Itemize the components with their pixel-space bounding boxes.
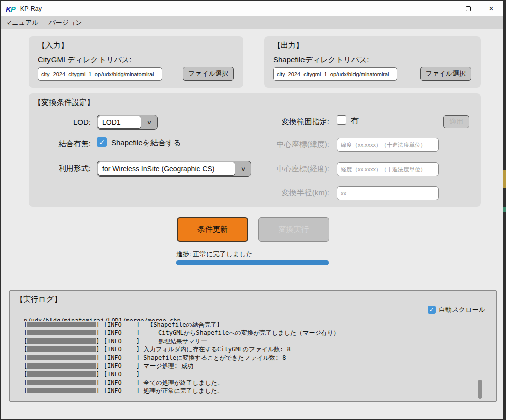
autoscroll-label: 自動スクロール — [439, 305, 485, 314]
format-dropdown-value: for Wireless InSite (Geographic CS) — [98, 162, 235, 176]
redacted-timestamp — [27, 363, 96, 369]
citygml-file-select-button[interactable]: ファイル選択 — [183, 67, 234, 81]
log-line: [] [INFO ] ===================== — [24, 370, 476, 378]
lod-label: LOD: — [52, 118, 91, 126]
log-line: [] [INFO ] 【Shapefileの結合完了】 — [24, 321, 476, 329]
log-line: [] [INFO ] 全ての処理が終了しました。 — [24, 379, 476, 387]
log-line: [] [INFO ] --- CityGMLからShapefileへの変換が完了… — [24, 329, 476, 337]
maximize-button[interactable] — [457, 1, 480, 16]
minimize-button[interactable] — [433, 1, 457, 16]
merge-checkbox-label: Shapefileを結合する — [111, 138, 181, 148]
shapefile-path-label: Shapefileディレクトリパス: — [273, 55, 369, 65]
merge-checkbox[interactable]: ✓ — [97, 137, 107, 147]
execution-log-section: 【実行ログ】 ✓ 自動スクロール p/udx/bldg/minatomirai/… — [9, 290, 497, 402]
settings-section-header: 【変換条件設定】 — [34, 98, 94, 108]
autoscroll-checkbox[interactable]: ✓ — [428, 306, 436, 314]
chevron-down-icon: ˅ — [236, 161, 251, 176]
close-button[interactable]: × — [480, 1, 503, 16]
lod-dropdown-value: LOD1 — [98, 116, 141, 129]
progress-bar — [176, 260, 329, 265]
menu-item-manual[interactable]: マニュアル — [1, 16, 44, 29]
menu-item-version[interactable]: バージョン — [44, 16, 87, 29]
background-artifact — [503, 207, 506, 212]
log-output[interactable]: p/udx/bldg/minatomirai/LOD1/merge/merge.… — [24, 317, 476, 397]
chevron-down-icon: ˅ — [142, 115, 157, 129]
app-logo-icon: KP — [6, 5, 15, 13]
apply-button[interactable]: 適用 — [443, 115, 469, 128]
window-controls: × — [433, 1, 503, 16]
redacted-timestamp — [27, 322, 96, 327]
log-line: [] [INFO ] 処理が正常に完了しました。 — [24, 387, 476, 395]
log-line: [] [INFO ] 入力フォルダ内に存在するCityGMLのファイル数: 8 — [24, 345, 476, 353]
title-bar: KP KP-Ray × — [1, 1, 503, 16]
redacted-timestamp — [27, 338, 96, 344]
app-window: KP KP-Ray × マニュアル バージョン 【入力】 CityGMLディレク… — [1, 1, 503, 419]
center-lat-label: 中心座標(緯度): — [259, 140, 329, 149]
background-artifact — [503, 170, 506, 188]
format-dropdown[interactable]: for Wireless InSite (Geographic CS) ˅ — [97, 161, 251, 177]
autoscroll-control: ✓ 自動スクロール — [428, 305, 485, 314]
citygml-path-input[interactable] — [38, 67, 162, 81]
log-line: [] [INFO ] マージ処理: 成功 — [24, 362, 476, 370]
redacted-timestamp — [27, 355, 96, 360]
check-icon: ✓ — [99, 138, 105, 146]
minimize-icon — [442, 9, 448, 9]
range-label: 変換範囲指定: — [259, 117, 329, 127]
update-conditions-button[interactable]: 条件更新 — [177, 217, 248, 242]
merge-label: 結合有無: — [39, 139, 91, 149]
radius-label: 変換半径(km): — [259, 188, 329, 198]
redacted-timestamp — [27, 380, 96, 385]
center-lat-input[interactable] — [337, 138, 439, 152]
window-title: KP-Ray — [20, 5, 42, 12]
redacted-timestamp — [27, 371, 96, 377]
redacted-timestamp — [27, 346, 96, 352]
progress-status-text: 進捗: 正常に完了しました — [176, 250, 253, 259]
close-icon: × — [489, 5, 493, 13]
input-section-header: 【入力】 — [38, 41, 68, 50]
log-line: [] [INFO ] Shapefileに変換することができたファイル数: 8 — [24, 354, 476, 362]
citygml-path-label: CityGMLディレクトリパス: — [38, 55, 131, 65]
shapefile-path-input[interactable] — [273, 67, 397, 81]
log-line-clipped: p/udx/bldg/minatomirai/LOD1/merge/merge.… — [24, 317, 476, 321]
log-section-header: 【実行ログ】 — [16, 295, 62, 304]
center-lon-label: 中心座標(経度): — [259, 164, 329, 174]
range-checkbox-label: 有 — [351, 116, 359, 126]
check-icon: ✓ — [429, 306, 434, 313]
progress-bar-fill — [176, 260, 329, 265]
format-label: 利用形式: — [39, 164, 91, 173]
menu-bar: マニュアル バージョン — [1, 16, 503, 29]
redacted-timestamp — [27, 388, 96, 393]
input-section: 【入力】 CityGMLディレクトリパス: ファイル選択 — [29, 36, 243, 88]
range-checkbox[interactable] — [337, 115, 346, 125]
radius-input[interactable] — [337, 186, 439, 200]
desktop: KP KP-Ray × マニュアル バージョン 【入力】 CityGMLディレク… — [0, 0, 506, 420]
log-scrollbar-thumb[interactable] — [478, 380, 482, 399]
lod-dropdown[interactable]: LOD1 ˅ — [97, 115, 158, 130]
output-section: 【出力】 Shapefileディレクトリパス: ファイル選択 — [264, 36, 481, 88]
redacted-timestamp — [27, 330, 96, 335]
output-section-header: 【出力】 — [273, 41, 303, 50]
shapefile-file-select-button[interactable]: ファイル選択 — [420, 67, 471, 81]
execute-conversion-button: 変換実行 — [258, 217, 329, 242]
center-lon-input[interactable] — [337, 162, 439, 176]
conversion-settings-section: 【変換条件設定】 LOD: LOD1 ˅ 結合有無: ✓ Shapefileを結… — [29, 93, 481, 207]
log-line: [] [INFO ] === 処理結果サマリー === — [24, 337, 476, 345]
maximize-icon — [466, 6, 471, 11]
